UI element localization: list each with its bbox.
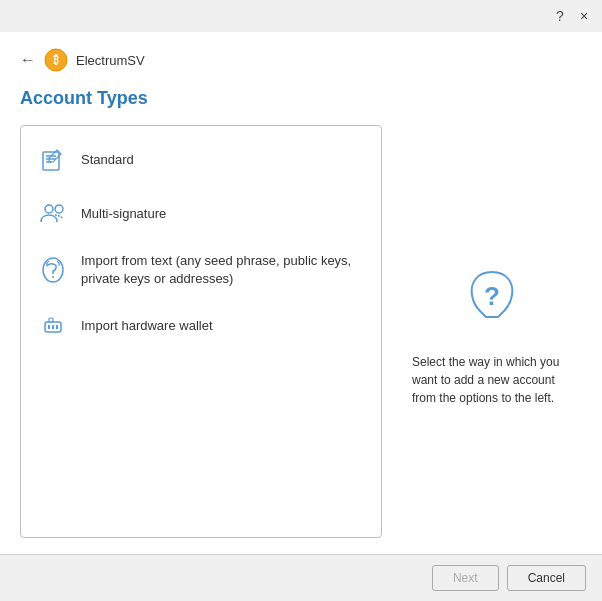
info-description: Select the way in which you want to add … <box>412 353 572 407</box>
standard-label: Standard <box>81 151 134 169</box>
option-hardware[interactable]: Import hardware wallet <box>29 300 373 352</box>
help-button[interactable]: ? <box>550 6 570 26</box>
import-text-icon <box>37 254 69 286</box>
standard-icon <box>37 144 69 176</box>
close-button[interactable]: × <box>574 6 594 26</box>
help-figure: ? <box>452 257 532 337</box>
dialog-footer: Next Cancel <box>0 554 602 601</box>
app-header: ← ₿ ElectrumSV <box>20 48 582 72</box>
svg-point-8 <box>43 258 63 282</box>
next-button[interactable]: Next <box>432 565 499 591</box>
option-import-text[interactable]: Import from text (any seed phrase, publi… <box>29 242 373 298</box>
dialog-content: ← ₿ ElectrumSV Account Types <box>0 32 602 554</box>
title-bar: ? × <box>0 0 602 32</box>
info-panel: ? Select the way in which you want to ad… <box>402 125 582 538</box>
back-button[interactable]: ← <box>20 51 36 69</box>
options-panel: Standard Multi-signature <box>20 125 382 538</box>
svg-rect-15 <box>56 325 58 329</box>
import-text-label: Import from text (any seed phrase, publi… <box>81 252 365 288</box>
svg-rect-13 <box>48 325 50 329</box>
multisig-label: Multi-signature <box>81 205 166 223</box>
app-name: ElectrumSV <box>76 53 145 68</box>
svg-point-7 <box>55 205 63 213</box>
main-area: Standard Multi-signature <box>20 125 582 538</box>
multisig-icon <box>37 198 69 230</box>
svg-text:?: ? <box>484 281 500 311</box>
option-multisig[interactable]: Multi-signature <box>29 188 373 240</box>
hardware-icon <box>37 310 69 342</box>
svg-text:₿: ₿ <box>53 54 59 66</box>
svg-rect-2 <box>43 152 59 170</box>
hardware-label: Import hardware wallet <box>81 317 213 335</box>
cancel-button[interactable]: Cancel <box>507 565 586 591</box>
svg-rect-14 <box>52 325 54 329</box>
svg-point-9 <box>52 276 54 278</box>
option-standard[interactable]: Standard <box>29 134 373 186</box>
app-logo: ₿ <box>44 48 68 72</box>
page-title: Account Types <box>20 88 582 109</box>
svg-point-6 <box>45 205 53 213</box>
